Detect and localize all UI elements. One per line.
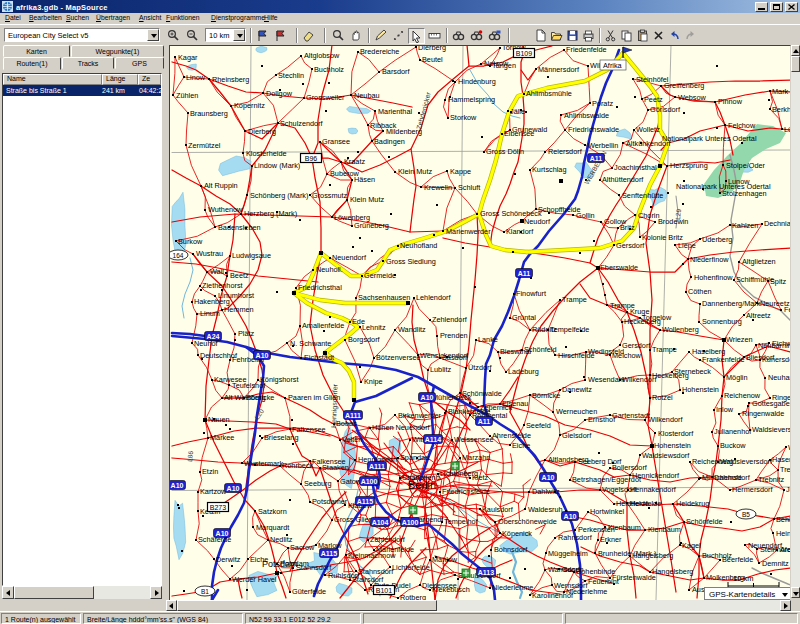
svg-text:Königshorst: Königshorst xyxy=(260,375,299,384)
svg-text:A104: A104 xyxy=(372,519,389,526)
svg-text:Kappe: Kappe xyxy=(450,167,471,176)
svg-text:Schluft: Schluft xyxy=(458,183,480,192)
svg-text:Schulzendorf: Schulzendorf xyxy=(280,119,324,128)
svg-text:Mahlow: Mahlow xyxy=(432,555,458,564)
svg-text:Websow: Websow xyxy=(678,93,707,102)
svg-text:Potsdam: Potsdam xyxy=(262,559,298,569)
svg-text:Neuendorf: Neuendorf xyxy=(748,541,783,550)
svg-text:Wall: Wall xyxy=(210,267,224,276)
svg-text:Marzahn: Marzahn xyxy=(462,453,490,462)
svg-text:Barsdorf: Barsdorf xyxy=(382,67,411,76)
svg-text:Jälle: Jälle xyxy=(510,107,525,116)
svg-text:Neuholl.: Neuholl. xyxy=(316,265,343,274)
svg-text:Gransee: Gransee xyxy=(322,137,350,146)
svg-text:Wulko: Wulko xyxy=(788,443,790,452)
svg-text:Etzin: Etzin xyxy=(202,467,218,476)
svg-text:Spitz: Spitz xyxy=(770,277,787,286)
svg-text:Sonnenburg: Sonnenburg xyxy=(702,317,742,326)
svg-text:Bredereiche: Bredereiche xyxy=(360,47,399,56)
svg-text:Heidekrug: Heidekrug xyxy=(676,499,709,508)
svg-text:Sacrow: Sacrow xyxy=(290,543,315,552)
svg-text:Neuhardenberg: Neuhardenberg xyxy=(768,373,790,382)
svg-text:Werder Havel: Werder Havel xyxy=(232,575,277,584)
svg-text:Lindow (Mark): Lindow (Mark) xyxy=(254,161,300,170)
svg-text:Stahnsdorf: Stahnsdorf xyxy=(296,563,332,572)
svg-text:Dechnia: Dechnia xyxy=(764,219,790,228)
svg-text:Köpenick: Köpenick xyxy=(502,529,532,538)
svg-text:Wolletz: Wolletz xyxy=(636,125,660,134)
svg-text:Trampe: Trampe xyxy=(652,345,677,354)
svg-text:Beerfelde: Beerfelde xyxy=(722,555,753,564)
svg-text:A10: A10 xyxy=(227,485,240,492)
svg-text:A111: A111 xyxy=(345,412,361,419)
svg-text:Neudorf: Neudorf xyxy=(524,217,551,226)
svg-text:Trebnitz: Trebnitz xyxy=(758,475,784,484)
svg-text:Wustrau: Wustrau xyxy=(196,249,223,258)
svg-text:Herzberg (Mark): Herzberg (Mark) xyxy=(244,209,297,218)
svg-text:Birkenwerder: Birkenwerder xyxy=(398,411,442,420)
svg-text:Kolonie Britz: Kolonie Britz xyxy=(642,233,683,242)
svg-text:Rotberg: Rotberg xyxy=(400,593,426,600)
svg-text:Heinersdorf: Heinersdorf xyxy=(776,529,790,538)
svg-text:Lütze: Lütze xyxy=(784,125,790,134)
svg-text:Satzkorn: Satzkorn xyxy=(258,507,287,516)
svg-text:Kahlzen: Kahlzen xyxy=(732,221,758,230)
svg-text:Kienbaum: Kienbaum xyxy=(648,525,681,534)
svg-text:A10: A10 xyxy=(542,474,555,481)
svg-text:Altglobsow: Altglobsow xyxy=(304,51,340,60)
svg-text:Hohenstein: Hohenstein xyxy=(682,385,719,394)
svg-text:Werbellin: Werbellin xyxy=(588,141,618,150)
svg-text:Ziethenhorst: Ziethenhorst xyxy=(202,281,243,290)
svg-text:B101: B101 xyxy=(376,587,392,594)
svg-text:Betrshagen/Eggerdot: Betrshagen/Eggerdot xyxy=(572,475,641,484)
svg-text:Hermersdorf: Hermersdorf xyxy=(732,485,774,494)
svg-text:Ladeburg: Ladeburg xyxy=(508,367,539,376)
svg-text:Ringenwalde: Ringenwalde xyxy=(742,409,784,418)
svg-text:Lublitz: Lublitz xyxy=(430,365,451,374)
svg-text:Börnicke: Börnicke xyxy=(246,393,274,402)
svg-text:Greiffenberg: Greiffenberg xyxy=(664,81,704,90)
svg-text:Mark Landin: Mark Landin xyxy=(772,87,790,96)
svg-text:164: 164 xyxy=(173,252,184,259)
svg-text:Niederfinow: Niederfinow xyxy=(690,255,729,264)
svg-text:Trampe: Trampe xyxy=(562,295,587,304)
svg-text:Schönfeld: Schönfeld xyxy=(524,345,556,354)
svg-text:Kaulsdorf: Kaulsdorf xyxy=(482,505,514,514)
svg-text:Netzow: Netzow xyxy=(484,59,509,68)
svg-text:A115: A115 xyxy=(321,550,337,557)
svg-text:Kietz: Kietz xyxy=(472,473,489,482)
svg-text:Hemmen: Hemmen xyxy=(224,305,254,314)
svg-text:Marienwerder: Marienwerder xyxy=(446,227,491,236)
svg-text:Kraatz: Kraatz xyxy=(344,157,365,166)
svg-text:B109: B109 xyxy=(516,50,532,57)
svg-text:Germeide: Germeide xyxy=(364,271,396,280)
svg-text:Senftenhütte: Senftenhütte xyxy=(622,191,663,200)
svg-text:L86: L86 xyxy=(186,450,194,462)
svg-text:Karwesee: Karwesee xyxy=(214,375,246,384)
svg-text:Marienthal: Marienthal xyxy=(378,107,412,116)
svg-text:Spandau: Spandau xyxy=(400,453,429,462)
svg-text:A10: A10 xyxy=(421,394,434,401)
svg-text:Badensleben: Badensleben xyxy=(218,223,261,232)
svg-text:Tempelhof: Tempelhof xyxy=(444,517,479,526)
svg-text:Schiffmühle: Schiffmühle xyxy=(736,275,774,284)
svg-text:Liepe: Liepe xyxy=(678,241,696,250)
svg-text:Hohen Neuendorf: Hohen Neuendorf xyxy=(372,423,431,432)
svg-text:Buchholz: Buchholz xyxy=(314,65,344,74)
svg-text:Erkner: Erkner xyxy=(600,535,622,544)
svg-text:Torgelow: Torgelow xyxy=(642,313,672,322)
svg-text:Grüntal: Grüntal xyxy=(512,313,536,322)
svg-text:Müggelheim: Müggelheim xyxy=(548,549,588,558)
svg-text:A11: A11 xyxy=(478,418,491,425)
svg-text:Markee: Markee xyxy=(210,433,234,442)
svg-text:Seeburg: Seeburg xyxy=(304,479,332,488)
svg-text:Rotzel: Rotzel xyxy=(652,393,673,402)
svg-text:Melchow: Melchow xyxy=(612,351,642,360)
svg-text:Gielsdorf: Gielsdorf xyxy=(562,431,592,440)
svg-text:Krewelin: Krewelin xyxy=(424,183,452,192)
svg-text:Wandlitz: Wandlitz xyxy=(398,325,426,334)
svg-text:Behlendorf: Behlendorf xyxy=(776,515,790,524)
svg-text:Poratz: Poratz xyxy=(592,99,613,108)
svg-text:A11: A11 xyxy=(518,270,531,277)
svg-text:Gersdorf: Gersdorf xyxy=(616,241,645,250)
